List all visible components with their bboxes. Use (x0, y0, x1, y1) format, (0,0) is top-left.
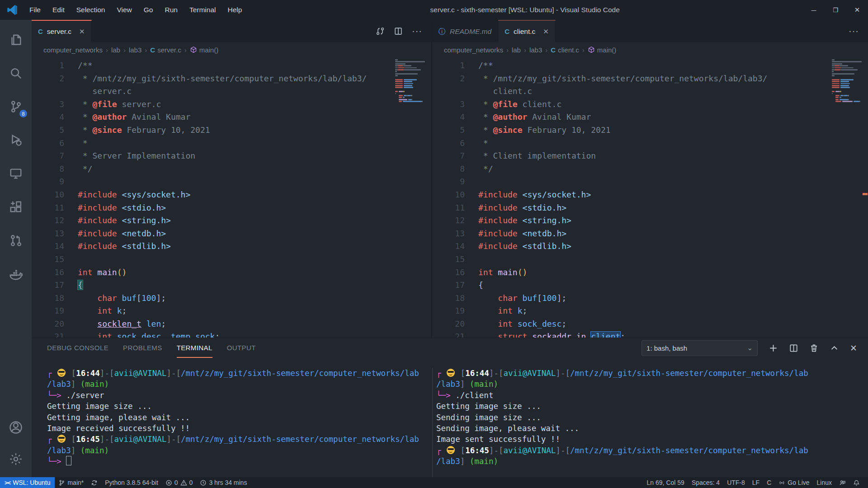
kill-terminal-icon[interactable] (809, 343, 819, 353)
panel-tab-problems[interactable]: PROBLEMS (123, 338, 162, 358)
menu-item-go[interactable]: Go (139, 4, 158, 16)
maximize-button[interactable]: ❐ (825, 0, 846, 20)
breadcrumb-item-server-c[interactable]: Cserver.c (150, 46, 181, 54)
status-sync[interactable] (87, 477, 101, 488)
activity-extensions[interactable] (0, 193, 32, 221)
code-text: server.c (64, 85, 132, 98)
breadcrumb-item-main-[interactable]: main() (588, 46, 617, 54)
menu-item-terminal[interactable]: Terminal (184, 4, 221, 16)
minimap-line (832, 81, 862, 82)
tab-close-icon[interactable]: ✕ (543, 28, 549, 36)
split-editor-icon[interactable] (394, 27, 403, 36)
menu-item-file[interactable]: File (24, 4, 46, 16)
activity-run-debug[interactable] (0, 127, 32, 154)
menu-item-help[interactable]: Help (223, 4, 247, 16)
activity-docker[interactable] (0, 260, 32, 287)
minimap-seg (399, 95, 402, 96)
status-python-version[interactable]: Python 3.8.5 64-bit (101, 477, 162, 488)
editor-scrollbar[interactable] (862, 57, 868, 338)
minimap-seg (407, 95, 410, 96)
tab-close-icon[interactable]: ✕ (79, 28, 85, 36)
line-number: 10 (32, 188, 64, 202)
minimap-line (395, 97, 425, 98)
minimap-seg (840, 91, 841, 92)
tab-readme-md[interactable]: ⓘREADME.md (432, 20, 498, 42)
panel-header: DEBUG CONSOLEPROBLEMSTERMINALOUTPUT 1: b… (32, 338, 868, 358)
activity-explorer[interactable] (0, 26, 32, 53)
breadcrumb-item-computer-networks[interactable]: computer_networks (43, 46, 103, 54)
status-git-branch[interactable]: main* (55, 477, 87, 488)
terminal-client[interactable]: ┌ [16:44]-[avii@AVINAL]-[/mnt/z/my_git/s… (432, 368, 868, 477)
breadcrumb-item-computer-networks[interactable]: computer_networks (444, 46, 503, 54)
minimap-seg (840, 79, 854, 80)
tab-server-c[interactable]: Cserver.c✕ (32, 20, 92, 42)
minimap-line (395, 71, 425, 72)
status-feedback[interactable] (835, 477, 849, 488)
status-problems[interactable]: 00 (162, 477, 197, 488)
status-notifications[interactable] (849, 477, 863, 488)
overview-find-marker (863, 193, 868, 195)
code-text: #include <netdb.h> (64, 227, 166, 240)
maximize-panel-icon[interactable] (830, 343, 839, 353)
activity-settings[interactable] (0, 446, 32, 473)
status-language-mode[interactable]: C (763, 477, 775, 488)
minimap[interactable] (832, 59, 862, 338)
breadcrumb-item-client-c[interactable]: Cclient.c (551, 46, 579, 54)
close-button[interactable]: ✕ (846, 0, 868, 20)
activity-github-pull-requests[interactable] (0, 227, 32, 254)
editor-scrollbar[interactable] (425, 57, 431, 338)
status-remote-indicator[interactable]: ><WSL: Ubuntu (0, 477, 55, 488)
terminal-select[interactable]: 1: bash, bash ⌄ (642, 340, 758, 356)
line-number: 14 (432, 240, 465, 253)
breadcrumb-item-lab[interactable]: lab (512, 46, 521, 54)
open-changes-icon[interactable] (376, 27, 385, 36)
minimap-seg (847, 95, 849, 96)
status-cursor-position[interactable]: Ln 69, Col 59 (643, 477, 688, 488)
activity-source-control[interactable]: 8 (0, 93, 32, 120)
breadcrumb-item-main-[interactable]: main() (190, 46, 219, 54)
breadcrumb-item-lab3[interactable]: lab3 (129, 46, 142, 54)
terminal-line: Image sent successfully !! (436, 434, 868, 445)
split-terminal-icon[interactable] (789, 343, 798, 353)
new-terminal-icon[interactable] (769, 343, 778, 353)
status-indentation[interactable]: Spaces: 4 (688, 477, 723, 488)
panel-tab-debug-console[interactable]: DEBUG CONSOLE (47, 338, 108, 358)
menu-item-edit[interactable]: Edit (47, 4, 70, 16)
minimap[interactable] (395, 59, 425, 338)
terminal-server[interactable]: ┌ [16:44]-[avii@AVINAL]-[/mnt/z/my_git/s… (32, 368, 432, 477)
code-editor[interactable]: 1/**2 * /mnt/z/my_git/sixth-semester/com… (432, 57, 868, 338)
token: server.c (78, 86, 132, 96)
activity-search[interactable] (0, 60, 32, 87)
close-panel-icon[interactable]: ✕ (850, 343, 857, 353)
panel-actions: 1: bash, bash ⌄ ✕ (642, 340, 868, 356)
menu-item-view[interactable]: View (112, 4, 137, 16)
code-editor[interactable]: 1/**2 * /mnt/z/my_git/sixth-semester/com… (32, 57, 431, 338)
minimap-seg (859, 101, 860, 102)
breadcrumb-item-lab3[interactable]: lab3 (529, 46, 542, 54)
minimap-seg (395, 99, 399, 100)
panel-tab-terminal[interactable]: TERMINAL (177, 338, 212, 358)
status-remote-os[interactable]: Linux (813, 477, 835, 488)
minimap-line (395, 93, 425, 94)
tab-client-c[interactable]: Cclient.c✕ (498, 20, 556, 42)
editor-actions: ··· (376, 20, 431, 42)
code-line: 19 int k; (432, 305, 868, 318)
minimize-button[interactable]: ─ (803, 0, 825, 20)
line-number: 17 (432, 279, 465, 292)
breadcrumb-item-lab[interactable]: lab (111, 46, 120, 54)
code-line: 10#include <sys/socket.h> (32, 188, 431, 202)
status-time-tracker[interactable]: 3 hrs 34 mins (196, 477, 250, 488)
activity-remote-explorer[interactable] (0, 160, 32, 187)
menu-item-selection[interactable]: Selection (71, 4, 110, 16)
tab-label: client.c (514, 28, 535, 36)
more-actions-icon[interactable]: ··· (849, 26, 859, 36)
panel-tab-output[interactable]: OUTPUT (227, 338, 256, 358)
status-eol[interactable]: LF (749, 477, 763, 488)
activity-accounts[interactable] (0, 414, 32, 441)
status-encoding[interactable]: UTF-8 (723, 477, 749, 488)
minimap-seg (395, 93, 396, 94)
menu-item-run[interactable]: Run (160, 4, 182, 16)
code-text: */ (465, 163, 493, 176)
status-go-live[interactable]: Go Live (775, 477, 813, 488)
more-actions-icon[interactable]: ··· (412, 26, 422, 36)
